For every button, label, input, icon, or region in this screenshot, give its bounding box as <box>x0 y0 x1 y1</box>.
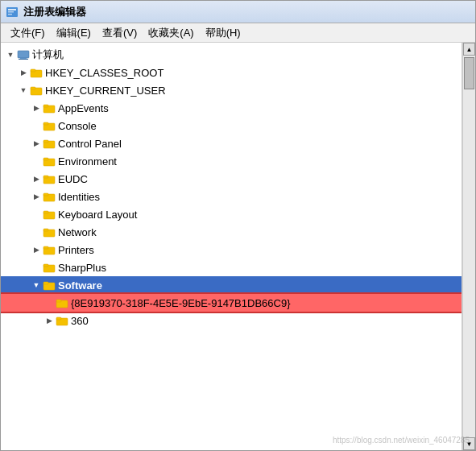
svg-rect-3 <box>8 14 12 15</box>
identities-label: Identities <box>58 191 100 203</box>
tree-row-hkcu[interactable]: ▼ HKEY_CURRENT_USER <box>1 81 462 99</box>
svg-rect-34 <box>56 300 61 302</box>
folder-icon-controlpanel <box>43 138 56 149</box>
tree-row-console[interactable]: Console <box>1 117 462 134</box>
sharpplus-label: SharpPlus <box>58 262 106 274</box>
svg-rect-24 <box>43 211 48 213</box>
menu-view[interactable]: 查看(V) <box>97 24 142 42</box>
tree-row-identities[interactable]: ▶ Identities <box>1 188 462 205</box>
folder-icon-console <box>43 120 56 131</box>
console-label: Console <box>58 120 97 132</box>
folder-icon-hkcr <box>30 67 43 78</box>
svg-rect-26 <box>43 229 48 231</box>
folder-icon-hkcu <box>30 85 43 96</box>
computer-icon <box>17 49 30 60</box>
folder-icon-sharpplus <box>43 262 56 273</box>
expander-printers[interactable]: ▶ <box>30 243 43 256</box>
svg-rect-6 <box>19 59 28 60</box>
title-bar: 注册表编辑器 <box>1 1 475 23</box>
computer-label: 计算机 <box>32 48 64 62</box>
tree-row-software[interactable]: ▼ Software <box>1 276 462 294</box>
expander-hkcu[interactable]: ▼ <box>17 84 30 97</box>
controlpanel-label: Control Panel <box>58 138 122 150</box>
expander-eudc[interactable]: ▶ <box>30 172 43 185</box>
folder-icon-eudc <box>43 173 56 184</box>
svg-rect-2 <box>8 11 14 13</box>
tree-row-printers[interactable]: ▶ Printers <box>1 241 462 259</box>
svg-rect-10 <box>31 87 35 89</box>
expander-controlpanel[interactable]: ▶ <box>30 137 43 150</box>
svg-rect-1 <box>8 9 16 10</box>
tree-row-hkcr[interactable]: ▶ HKEY_CLASSES_ROOT <box>1 64 462 81</box>
software-label: Software <box>58 279 102 292</box>
expander-computer[interactable]: ▼ <box>4 48 17 61</box>
window-title: 注册表编辑器 <box>23 5 86 19</box>
network-label: Network <box>58 226 97 238</box>
scroll-up-button[interactable]: ▲ <box>463 43 475 56</box>
svg-rect-4 <box>18 51 29 58</box>
tree-panel[interactable]: ▼ 计算机 ▶ HKEY_CLASSES_ <box>1 43 462 450</box>
folder-open-icon-software <box>43 279 56 291</box>
tree-row-sharpplus[interactable]: SharpPlus <box>1 259 462 276</box>
menu-file[interactable]: 文件(F) <box>6 24 50 42</box>
environment-label: Environment <box>58 155 117 168</box>
svg-rect-14 <box>43 122 48 125</box>
printers-label: Printers <box>58 244 94 256</box>
tree-row-eudc[interactable]: ▶ EUDC <box>1 170 462 188</box>
watermark: https://blog.csdn.net/weixin_46047285 <box>333 436 470 445</box>
vertical-scrollbar[interactable]: ▲ ▼ <box>462 43 475 450</box>
main-area: ▼ 计算机 ▶ HKEY_CLASSES_ <box>1 43 475 450</box>
folder-icon-printers <box>43 244 56 255</box>
menu-edit[interactable]: 编辑(E) <box>52 24 96 42</box>
svg-rect-36 <box>56 317 61 320</box>
360-label: 360 <box>71 315 89 327</box>
svg-rect-16 <box>43 140 48 143</box>
tree-row-network[interactable]: Network <box>1 223 462 241</box>
tree-row-appevents[interactable]: ▶ AppEvents <box>1 99 462 117</box>
svg-rect-30 <box>43 264 48 267</box>
hkcr-label: HKEY_CLASSES_ROOT <box>45 67 163 79</box>
folder-icon-appevents <box>43 102 56 114</box>
svg-rect-22 <box>43 193 48 196</box>
guid-label: {8E919370-318F-4E5E-9EbE-9147B1DB66C9} <box>71 297 290 309</box>
keyboardlayout-label: Keyboard Layout <box>58 209 137 221</box>
svg-rect-12 <box>43 105 48 107</box>
hkcu-label: HKEY_CURRENT_USER <box>45 85 166 97</box>
eudc-label: EUDC <box>58 173 88 185</box>
tree-row-keyboardlayout[interactable]: Keyboard Layout <box>1 205 462 223</box>
svg-rect-8 <box>31 69 35 72</box>
tree-node-hkcr: ▶ HKEY_CLASSES_ROOT <box>1 64 462 81</box>
tree-row-guid[interactable]: {8E919370-318F-4E5E-9EbE-9147B1DB66C9} <box>1 294 462 312</box>
tree-row-360[interactable]: ▶ 360 <box>1 312 462 329</box>
menu-favorites[interactable]: 收藏夹(A) <box>143 24 198 42</box>
expander-software[interactable]: ▼ <box>30 279 43 292</box>
scroll-track[interactable] <box>463 56 475 437</box>
svg-rect-28 <box>43 246 48 249</box>
svg-rect-20 <box>43 176 48 178</box>
expander-appevents[interactable]: ▶ <box>30 101 43 114</box>
folder-icon-identities <box>43 191 56 202</box>
registry-editor-window: 注册表编辑器 文件(F) 编辑(E) 查看(V) 收藏夹(A) 帮助(H) ▼ … <box>0 0 476 451</box>
tree-node-hkcu: ▼ HKEY_CURRENT_USER ▶ AppEvents <box>1 81 462 329</box>
scroll-thumb[interactable] <box>464 57 474 89</box>
menu-bar: 文件(F) 编辑(E) 查看(V) 收藏夹(A) 帮助(H) <box>1 23 475 43</box>
menu-help[interactable]: 帮助(H) <box>201 24 246 42</box>
expander-hkcr[interactable]: ▶ <box>17 66 30 79</box>
folder-icon-guid <box>56 297 68 308</box>
tree-row-controlpanel[interactable]: ▶ Control Panel <box>1 134 462 152</box>
folder-icon-environment <box>43 155 56 167</box>
tree-row-environment[interactable]: Environment <box>1 152 462 170</box>
expander-identities[interactable]: ▶ <box>30 190 43 203</box>
svg-rect-32 <box>43 282 48 284</box>
folder-icon-360 <box>56 315 68 326</box>
appevents-label: AppEvents <box>58 102 109 114</box>
tree-row-computer[interactable]: ▼ 计算机 <box>1 46 462 64</box>
svg-rect-18 <box>43 158 48 160</box>
folder-icon-network <box>43 226 56 238</box>
tree-node-computer: ▼ 计算机 <box>1 46 462 64</box>
folder-icon-keyboardlayout <box>43 209 56 220</box>
app-icon <box>6 6 19 19</box>
expander-360[interactable]: ▶ <box>43 314 56 327</box>
